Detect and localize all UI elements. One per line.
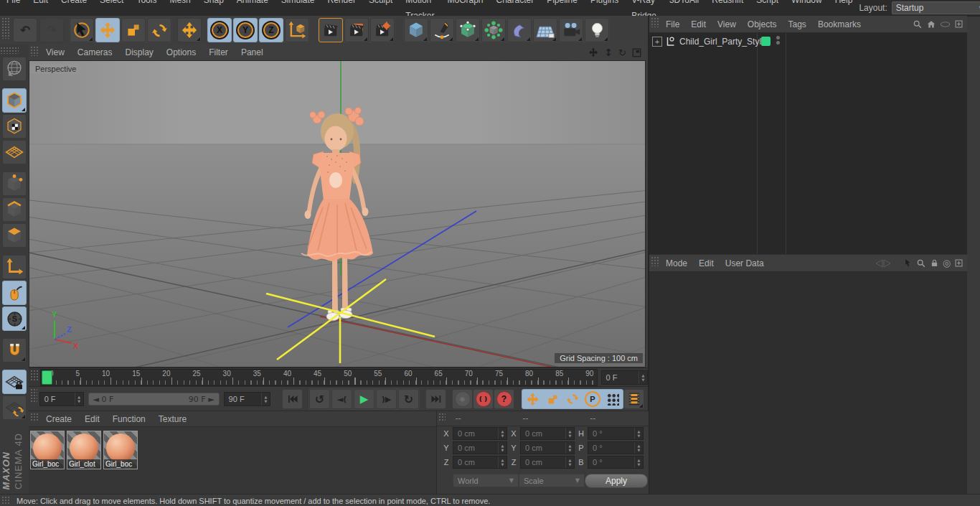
redo-button[interactable]: ↷ [39,18,64,42]
viewport-menu-item[interactable]: View [39,44,71,60]
next-key-button[interactable]: ↻ [398,389,419,409]
attribute-menu-item[interactable]: User Data [720,256,770,271]
live-selection-tool[interactable] [70,18,94,42]
new-panel-icon[interactable] [954,19,963,29]
add-cube-object-button[interactable] [404,18,428,42]
path-icon[interactable] [940,21,951,28]
material-thumbnail[interactable]: Girl_boc [103,431,138,469]
model-mode-button[interactable] [2,88,27,113]
viewport-tweak-mode-button[interactable] [2,281,27,305]
deformer-bend-button[interactable] [507,18,532,42]
next-frame-button[interactable]: )▶ [376,389,397,409]
key-parameter-button[interactable]: P [583,390,602,408]
arrow-mode-icon[interactable] [903,258,913,268]
position-field[interactable]: 0 cm▲▼ [453,427,507,440]
material-menu-item[interactable]: Texture [152,411,193,427]
palette-grip[interactable] [1,496,9,504]
null-object-icon[interactable] [665,36,677,47]
toggle-view-icon[interactable] [632,48,641,57]
current-frame-field[interactable]: 0 F ▲▼ [39,392,84,406]
lock-workplane-button[interactable] [2,370,27,394]
record-key-button[interactable]: ✺ [452,389,473,409]
rotation-field[interactable]: 0 °▲▼ [588,441,644,454]
object-manager-menu-item[interactable]: Objects [742,17,783,32]
visibility-dots[interactable] [776,36,780,44]
pen-spline-tool-button[interactable] [430,18,454,42]
viewport-menu-item[interactable]: Panel [235,44,270,60]
position-field[interactable]: 0 cm▲▼ [453,441,507,454]
polygons-mode-button[interactable] [2,223,27,248]
snap-magnet-button[interactable] [2,338,27,362]
palette-grip[interactable] [30,370,38,381]
keyframe-selection-button[interactable]: ? [494,389,514,409]
object-manager-menu-item[interactable]: File [660,17,685,32]
palette-grip[interactable] [30,46,38,56]
preview-range-slider[interactable]: ◄ 0 F 90 F ► [88,393,220,406]
apply-button[interactable]: Apply [585,474,648,488]
size-field[interactable]: 0 cm▲▼ [520,441,575,454]
palette-grip[interactable] [30,388,37,403]
attribute-menu-item[interactable]: Edit [693,256,720,271]
object-manager-menu-item[interactable]: View [712,17,742,32]
edges-mode-button[interactable] [2,197,27,222]
undo-button[interactable]: ↶ [13,18,37,42]
search-icon[interactable] [913,19,923,29]
material-thumbnail[interactable]: Girl_clot [67,431,101,469]
previous-key-button[interactable]: ↺ [309,389,330,409]
palette-grip[interactable] [651,256,659,266]
rotation-field[interactable]: 0 °▲▼ [588,427,644,440]
subdivision-surface-button[interactable] [456,18,480,42]
material-menu-item[interactable]: Function [106,411,152,427]
timeline-ruler[interactable]: 051015202530354045505560657075808590 [40,369,598,386]
viewport-menu-item[interactable]: Display [118,44,159,60]
light-button[interactable] [585,18,609,42]
layer-color-swatch[interactable] [761,37,771,46]
rotate-view-icon[interactable]: ↻ [618,47,626,58]
object-manager-menu-item[interactable]: Tags [783,17,812,32]
floor-environment-button[interactable] [533,18,557,42]
object-manager-list[interactable]: + Child_Girl_Party_Style [649,33,967,254]
object-name[interactable]: Child_Girl_Party_Style [679,37,766,47]
viewport-menu-item[interactable]: Filter [202,44,235,60]
key-rotation-button[interactable] [563,390,582,408]
rotation-field[interactable]: 0 °▲▼ [588,456,644,469]
camera-button[interactable] [559,18,583,42]
key-pla-button[interactable] [603,390,622,408]
rotate-tool[interactable] [147,18,171,42]
coordinate-system-dropdown[interactable]: World▼ [453,474,519,487]
previous-frame-button[interactable]: ◄( [331,389,352,409]
last-tool-used[interactable] [177,18,202,42]
scale-tool[interactable] [121,18,146,42]
workplane-mode-button[interactable] [2,140,27,164]
size-field[interactable]: 0 cm▲▼ [520,456,575,469]
render-view-button[interactable] [319,18,343,42]
material-menu-item[interactable]: Edit [78,411,106,427]
frame-number-field[interactable]: 0 F ▲▼ [601,370,648,385]
render-settings-button[interactable] [370,18,395,42]
autokey-button[interactable]: ( ) [473,389,494,409]
play-button[interactable]: ▶ [354,389,374,409]
expand-icon[interactable]: + [652,37,662,47]
mograph-cloner-button[interactable] [481,18,506,42]
viewport-menu-item[interactable]: Cameras [71,44,119,60]
open-timeline-button[interactable] [623,389,644,409]
material-thumbnail[interactable]: Girl_boc [30,431,65,469]
attribute-menu-item[interactable]: Mode [660,256,693,271]
palette-grip[interactable] [651,17,659,27]
object-manager-menu-item[interactable]: Bookmarks [812,17,867,32]
lock-y-axis-button[interactable]: Y [233,18,258,42]
key-scale-button[interactable] [543,390,562,408]
key-position-button[interactable] [523,390,542,408]
viewport-canvas[interactable]: Perspective Grid Spacing : 100 cm [29,60,646,367]
camera-label[interactable]: Perspective [31,64,80,74]
palette-grip[interactable] [30,413,38,422]
object-row[interactable]: + Child_Girl_Party_Style [652,35,766,48]
palette-grip[interactable] [438,413,446,422]
lock-x-axis-button[interactable]: X [207,18,232,42]
snap-settings-button[interactable]: S [2,306,27,331]
enable-axis-button[interactable] [2,255,27,279]
position-field[interactable]: 0 cm▲▼ [453,456,507,469]
lock-icon[interactable] [930,258,939,268]
render-to-picture-viewer-button[interactable] [344,18,369,42]
points-mode-button[interactable] [2,172,27,196]
